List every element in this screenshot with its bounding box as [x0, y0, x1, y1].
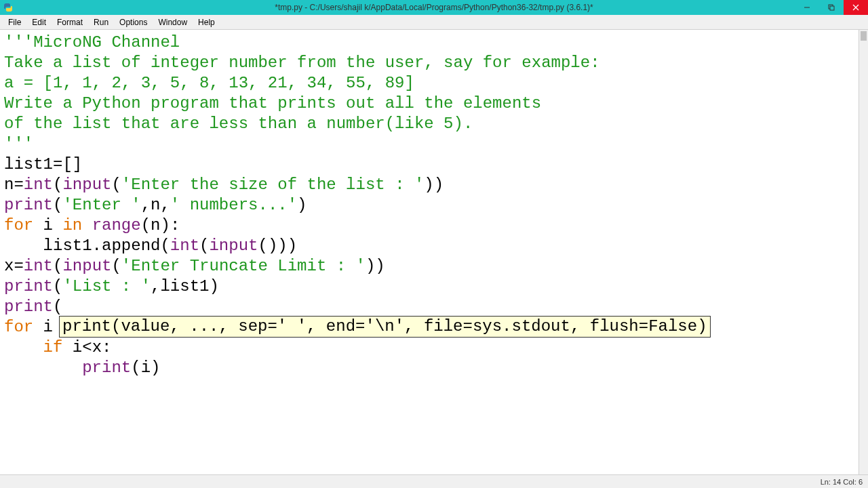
- menu-options[interactable]: Options: [114, 16, 153, 28]
- close-button[interactable]: [844, 0, 868, 15]
- window-controls: [795, 0, 868, 15]
- titlebar[interactable]: *tmp.py - C:/Users/shajil k/AppData/Loca…: [0, 0, 868, 15]
- editor-area[interactable]: '''MicroNG Channel Take a list of intege…: [0, 30, 868, 474]
- code-line: Write a Python program that prints out a…: [4, 94, 541, 113]
- menu-edit[interactable]: Edit: [26, 16, 52, 28]
- menu-file[interactable]: File: [3, 16, 26, 28]
- cursor-position: Ln: 14 Col: 6: [821, 478, 863, 486]
- menu-help[interactable]: Help: [193, 16, 220, 28]
- window-title: *tmp.py - C:/Users/shajil k/AppData/Loca…: [275, 3, 593, 12]
- menubar: File Edit Format Run Options Window Help: [0, 15, 868, 30]
- maximize-button[interactable]: [819, 0, 844, 15]
- code-line: Take a list of integer number from the u…: [4, 54, 600, 72]
- svg-rect-2: [830, 6, 834, 10]
- code-line: '''MicroNG Channel: [4, 33, 180, 52]
- calltip-tooltip: print(value, ..., sep=' ', end='\n', fil…: [59, 316, 711, 338]
- statusbar: Ln: 14 Col: 6: [0, 474, 868, 488]
- code-line: ''': [4, 135, 33, 153]
- vertical-scrollbar[interactable]: [859, 30, 868, 474]
- menu-format[interactable]: Format: [52, 16, 88, 28]
- code-line: list1=[]: [4, 155, 82, 174]
- menu-run[interactable]: Run: [88, 16, 114, 28]
- menu-window[interactable]: Window: [153, 16, 193, 28]
- minimize-button[interactable]: [795, 0, 819, 15]
- python-icon: [3, 2, 14, 13]
- idle-window: *tmp.py - C:/Users/shajil k/AppData/Loca…: [0, 0, 868, 488]
- code-line: of the list that are less than a number(…: [4, 115, 473, 133]
- code-line: a = [1, 1, 2, 3, 5, 8, 13, 21, 34, 55, 8…: [4, 74, 414, 92]
